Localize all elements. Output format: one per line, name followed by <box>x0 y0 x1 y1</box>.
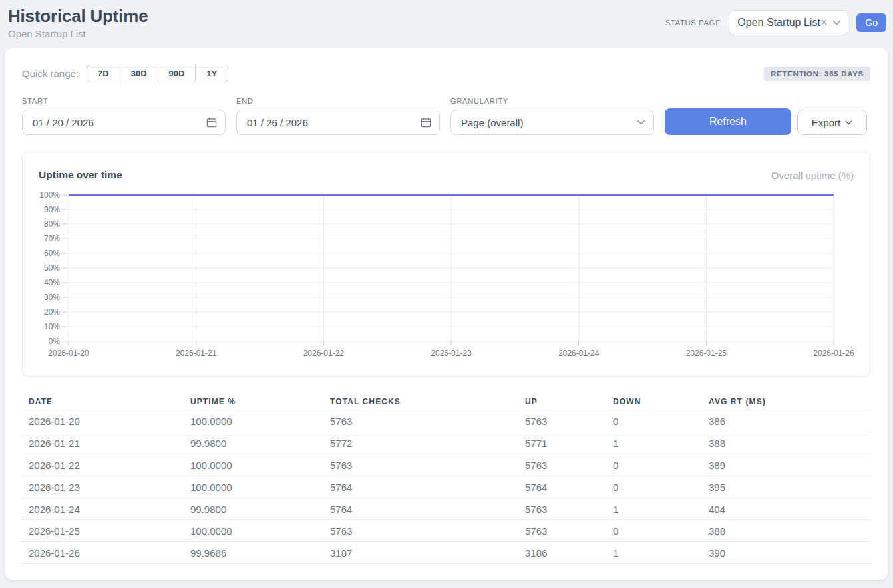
table-row: 2026-01-2499.9800576457631404 <box>22 498 872 520</box>
table-cell: 100.0000 <box>184 476 323 498</box>
svg-text:2026-01-21: 2026-01-21 <box>176 349 217 358</box>
status-page-label: STATUS PAGE <box>665 19 721 27</box>
refresh-button[interactable]: Refresh <box>665 108 791 135</box>
uptime-table: DATE UPTIME % TOTAL CHECKS UP DOWN AVG R… <box>22 391 872 564</box>
table-cell: 389 <box>702 454 872 476</box>
start-date-input[interactable]: 01 / 20 / 2026 <box>22 110 226 135</box>
svg-text:0%: 0% <box>49 337 61 346</box>
table-cell: 99.9686 <box>184 542 323 564</box>
table-cell: 100.0000 <box>184 410 323 432</box>
column-header-date: DATE <box>22 391 184 410</box>
table-row: 2026-01-20100.0000576357630386 <box>22 410 872 432</box>
column-header-up: UP <box>518 391 606 410</box>
table-cell: 2026-01-26 <box>22 542 184 564</box>
table-cell: 2026-01-20 <box>22 410 184 432</box>
chevron-down-icon <box>832 20 841 25</box>
table-row: 2026-01-22100.0000576357630389 <box>22 454 872 476</box>
table-cell: 5772 <box>323 432 518 454</box>
table-cell: 5764 <box>323 498 518 520</box>
svg-text:40%: 40% <box>44 278 60 287</box>
quick-range-label: Quick range: <box>22 68 79 79</box>
retention-badge: RETENTION: 365 DAYS <box>764 67 870 81</box>
table-cell: 386 <box>702 410 872 432</box>
table-row: 2026-01-23100.0000576457640395 <box>22 476 872 498</box>
svg-text:100%: 100% <box>39 190 60 200</box>
page-subtitle: Open Startup List <box>8 28 148 39</box>
svg-text:2026-01-23: 2026-01-23 <box>431 349 472 358</box>
table-cell: 5764 <box>518 476 606 498</box>
quick-range-7d[interactable]: 7D <box>87 65 120 82</box>
table-cell: 5764 <box>323 476 518 498</box>
svg-text:60%: 60% <box>44 249 60 258</box>
table-cell: 0 <box>606 454 702 476</box>
table-cell: 1 <box>606 542 702 564</box>
quick-range-group: 7D 30D 90D 1Y <box>87 65 228 82</box>
chevron-down-icon <box>637 120 645 125</box>
clear-selection-icon[interactable]: × <box>821 17 827 29</box>
main-card: Quick range: 7D 30D 90D 1Y RETENTION: 36… <box>5 48 888 580</box>
export-label: Export <box>812 117 840 128</box>
table-cell: 388 <box>702 432 872 454</box>
granularity-label: GRANULARITY <box>450 97 654 106</box>
svg-text:80%: 80% <box>44 220 60 229</box>
calendar-icon[interactable] <box>206 117 217 128</box>
svg-text:2026-01-22: 2026-01-22 <box>303 349 345 358</box>
svg-text:2026-01-24: 2026-01-24 <box>558 349 600 358</box>
svg-text:2026-01-20: 2026-01-20 <box>48 349 89 358</box>
export-button[interactable]: Export <box>797 110 867 135</box>
table-header-row: DATE UPTIME % TOTAL CHECKS UP DOWN AVG R… <box>22 391 872 410</box>
status-page-select[interactable]: Open Startup List × <box>729 10 848 35</box>
table-cell: 2026-01-23 <box>22 476 184 498</box>
svg-text:2026-01-25: 2026-01-25 <box>686 349 727 358</box>
column-header-uptime: UPTIME % <box>184 391 323 410</box>
svg-text:20%: 20% <box>44 307 60 317</box>
table-cell: 5771 <box>518 432 606 454</box>
end-date-value: 01 / 26 / 2026 <box>247 117 421 128</box>
table-cell: 5763 <box>518 410 606 432</box>
table-cell: 3187 <box>323 542 518 564</box>
quick-range-90d[interactable]: 90D <box>158 65 196 82</box>
start-date-value: 01 / 20 / 2026 <box>33 117 206 128</box>
table-cell: 5763 <box>518 520 606 542</box>
table-cell: 3186 <box>518 542 606 564</box>
column-header-down: DOWN <box>606 391 702 410</box>
page-header: Historical Uptime Open Startup List STAT… <box>0 0 893 39</box>
table-row: 2026-01-2699.9686318731861390 <box>22 542 872 564</box>
table-row: 2026-01-2199.9800577257711388 <box>22 432 872 454</box>
table-cell: 0 <box>606 520 702 542</box>
quick-range-30d[interactable]: 30D <box>120 65 158 82</box>
status-page-controls: STATUS PAGE Open Startup List × Go <box>665 10 886 35</box>
table-cell: 5763 <box>518 498 606 520</box>
table-cell: 404 <box>702 498 872 520</box>
svg-text:90%: 90% <box>44 205 60 214</box>
page-title: Historical Uptime <box>8 7 148 25</box>
end-date-input[interactable]: 01 / 26 / 2026 <box>236 110 440 135</box>
table-cell: 5763 <box>323 410 518 432</box>
table-cell: 99.9800 <box>184 498 323 520</box>
granularity-select[interactable]: Page (overall) <box>450 110 654 135</box>
status-page-selected-value: Open Startup List <box>737 17 820 29</box>
title-block: Historical Uptime Open Startup List <box>8 7 148 39</box>
uptime-line-chart: 0%10%20%30%40%50%60%70%80%90%100%2026-01… <box>39 183 857 365</box>
granularity-value: Page (overall) <box>461 117 637 128</box>
table-cell: 5763 <box>518 454 606 476</box>
column-header-avg-rt: AVG RT (MS) <box>702 391 872 410</box>
table-cell: 99.9800 <box>184 432 323 454</box>
svg-text:70%: 70% <box>44 234 60 243</box>
table-cell: 0 <box>606 410 702 432</box>
quick-range-1y[interactable]: 1Y <box>195 65 228 82</box>
table-cell: 2026-01-25 <box>22 520 184 542</box>
table-cell: 0 <box>606 476 702 498</box>
go-button[interactable]: Go <box>856 13 886 32</box>
table-row: 2026-01-25100.0000576357630388 <box>22 520 872 542</box>
chart-title: Uptime over time <box>39 169 122 181</box>
table-cell: 2026-01-22 <box>22 454 184 476</box>
table-cell: 2026-01-21 <box>22 432 184 454</box>
chart-axis-label: Overall uptime (%) <box>771 170 854 181</box>
svg-text:30%: 30% <box>44 293 60 302</box>
table-cell: 1 <box>606 432 702 454</box>
column-header-total-checks: TOTAL CHECKS <box>323 391 518 410</box>
chevron-down-icon <box>845 120 852 125</box>
end-date-label: END <box>236 97 440 106</box>
calendar-icon[interactable] <box>421 117 431 128</box>
